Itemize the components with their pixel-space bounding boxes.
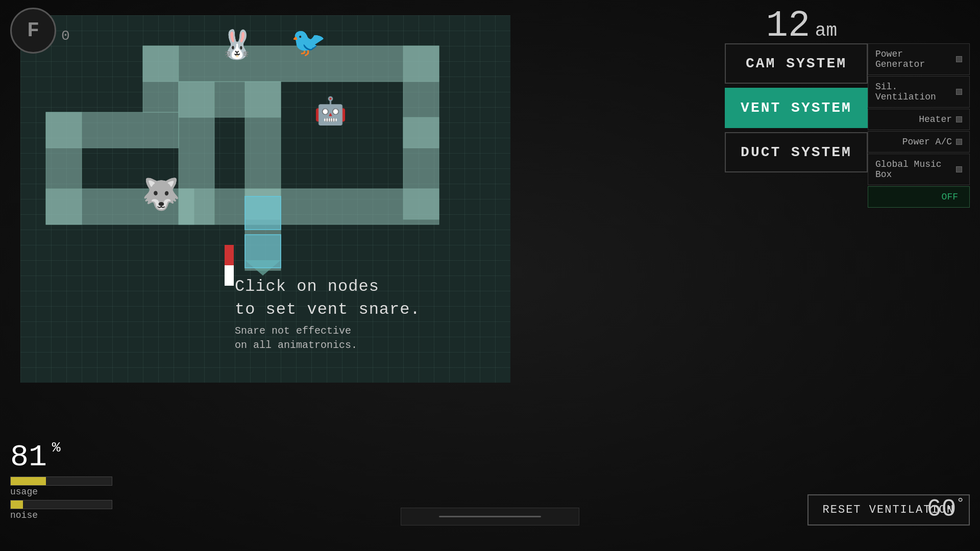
sil-ventilation-dot [956, 89, 962, 95]
power-generator-label: Power Generator [875, 49, 952, 69]
instruction-line1: Click on nodes [235, 277, 379, 296]
usage-bar-fill [11, 477, 46, 485]
svg-rect-14 [245, 235, 281, 268]
animatronic-springtrap: 🐰 [219, 28, 255, 63]
noise-bar-row: noise [10, 500, 112, 520]
cam-system-button[interactable]: CAM SYSTEM [725, 43, 868, 84]
temperature-value: 60 [927, 495, 957, 523]
duct-system-button[interactable]: DUCT SYSTEM [725, 132, 868, 172]
bottom-status: 81 % usage noise [10, 440, 112, 520]
temperature-display: 60° [927, 495, 965, 523]
svg-rect-2 [143, 46, 179, 112]
instructions: Click on nodes to set vent snare. Snare … [235, 276, 421, 353]
logo-letter: F [27, 19, 39, 42]
instruction-main: Click on nodes to set vent snare. [235, 276, 421, 321]
usage-bar-row: usage [10, 477, 112, 497]
heater-label: Heater [919, 114, 952, 124]
percent-sign: % [52, 440, 61, 456]
animatronic-chica: 🐦 [291, 26, 326, 61]
power-generator-dot [956, 56, 962, 62]
time-ampm: am [815, 20, 837, 41]
systems-container: CAM SYSTEM VENT SYSTEM DUCT SYSTEM Power… [725, 43, 970, 208]
noise-bar-fill [11, 500, 23, 509]
power-ac-label: Power A/C [902, 137, 952, 147]
usage-bar-track [10, 477, 112, 486]
noise-bar-track [10, 500, 112, 509]
svg-rect-13 [245, 196, 281, 230]
animatronic-mangle: 🐺 [142, 176, 180, 214]
score-display: 0 [61, 28, 70, 44]
side-option-power-ac[interactable]: Power A/C [868, 131, 970, 153]
global-music-box-label: Global Music Box [875, 159, 952, 180]
instruction-sub2: on all animatronics. [235, 339, 357, 351]
side-option-off[interactable]: OFF [868, 186, 970, 208]
side-option-heater[interactable]: Heater [868, 109, 970, 130]
bar-container: usage noise [10, 477, 112, 520]
main-buttons: CAM SYSTEM VENT SYSTEM DUCT SYSTEM [725, 43, 868, 172]
bottom-center-bar [401, 508, 579, 525]
side-option-global-music-box[interactable]: Global Music Box [868, 154, 970, 185]
instruction-line2: to set vent snare. [235, 300, 421, 319]
vent-system-button[interactable]: VENT SYSTEM [725, 88, 868, 128]
off-label: OFF [942, 192, 958, 202]
instruction-sub1: Snare not effective [235, 325, 351, 337]
side-option-sil-ventilation[interactable]: Sil. Ventilation [868, 76, 970, 108]
svg-rect-15 [225, 245, 234, 265]
power-ac-dot [956, 139, 962, 145]
svg-rect-16 [225, 265, 234, 286]
svg-rect-11 [403, 117, 439, 219]
svg-rect-6 [179, 189, 439, 224]
logo-circle: F [10, 8, 56, 54]
percentage-value: 81 [10, 440, 47, 474]
usage-label: usage [10, 487, 112, 497]
sil-ventilation-label: Sil. Ventilation [875, 82, 952, 102]
global-music-box-dot [956, 166, 962, 172]
svg-rect-10 [179, 82, 214, 224]
animatronic-ennard: 🤖 [314, 94, 347, 129]
sub-options: Power Generator Sil. Ventilation Heater … [868, 43, 970, 208]
instruction-sub: Snare not effective on all animatronics. [235, 324, 421, 353]
temperature-unit: ° [956, 495, 965, 511]
time-hour: 12 [766, 5, 810, 47]
heater-dot [956, 116, 962, 122]
side-option-power-generator[interactable]: Power Generator [868, 43, 970, 75]
score-value: 0 [61, 28, 70, 44]
noise-label: noise [10, 510, 112, 520]
bottom-bar-line [439, 516, 541, 517]
